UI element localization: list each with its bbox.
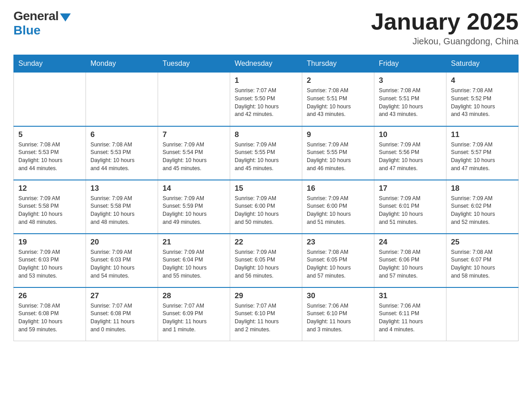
calendar-day-cell: 1Sunrise: 7:07 AMSunset: 5:50 PMDaylight…	[230, 73, 302, 126]
calendar-day-cell: 21Sunrise: 7:09 AMSunset: 6:04 PMDayligh…	[158, 234, 230, 287]
day-info: Sunrise: 7:08 AMSunset: 6:08 PMDaylight:…	[18, 302, 81, 334]
calendar-day-cell: 13Sunrise: 7:09 AMSunset: 5:58 PMDayligh…	[86, 180, 158, 234]
day-info: Sunrise: 7:09 AMSunset: 6:04 PMDaylight:…	[163, 248, 225, 280]
calendar-week-row: 19Sunrise: 7:09 AMSunset: 6:03 PMDayligh…	[14, 234, 519, 287]
calendar-week-row: 12Sunrise: 7:09 AMSunset: 5:58 PMDayligh…	[14, 180, 519, 234]
logo-general-text: General	[13, 9, 59, 23]
day-info: Sunrise: 7:08 AMSunset: 5:51 PMDaylight:…	[379, 87, 442, 119]
calendar-day-cell	[158, 73, 230, 126]
calendar-day-cell: 3Sunrise: 7:08 AMSunset: 5:51 PMDaylight…	[374, 73, 446, 126]
day-number: 4	[451, 76, 514, 85]
calendar-day-cell	[446, 287, 519, 341]
calendar-day-cell: 29Sunrise: 7:07 AMSunset: 6:10 PMDayligh…	[230, 287, 302, 341]
calendar-day-cell: 30Sunrise: 7:06 AMSunset: 6:10 PMDayligh…	[302, 287, 374, 341]
day-number: 17	[379, 184, 442, 193]
day-number: 14	[163, 184, 225, 193]
day-number: 6	[90, 130, 153, 139]
calendar-day-cell: 4Sunrise: 7:08 AMSunset: 5:52 PMDaylight…	[446, 73, 519, 126]
day-number: 31	[379, 291, 442, 300]
day-number: 28	[163, 291, 225, 300]
day-info: Sunrise: 7:09 AMSunset: 6:03 PMDaylight:…	[90, 248, 153, 280]
day-number: 16	[307, 184, 369, 193]
day-number: 24	[379, 238, 442, 247]
calendar-week-row: 26Sunrise: 7:08 AMSunset: 6:08 PMDayligh…	[14, 287, 519, 341]
day-info: Sunrise: 7:08 AMSunset: 6:07 PMDaylight:…	[451, 248, 514, 280]
day-number: 13	[90, 184, 153, 193]
calendar-day-cell: 7Sunrise: 7:09 AMSunset: 5:54 PMDaylight…	[158, 126, 230, 180]
day-info: Sunrise: 7:09 AMSunset: 6:00 PMDaylight:…	[235, 195, 297, 227]
calendar-day-cell: 6Sunrise: 7:08 AMSunset: 5:53 PMDaylight…	[86, 126, 158, 180]
day-info: Sunrise: 7:08 AMSunset: 5:53 PMDaylight:…	[90, 141, 153, 173]
day-number: 1	[235, 76, 297, 85]
day-number: 25	[451, 238, 514, 247]
day-number: 2	[307, 76, 369, 85]
day-number: 12	[18, 184, 81, 193]
calendar-day-cell	[14, 73, 86, 126]
logo-arrow-icon	[60, 13, 71, 21]
calendar-table: SundayMondayTuesdayWednesdayThursdayFrid…	[13, 55, 519, 341]
weekday-header-saturday: Saturday	[446, 55, 519, 73]
day-info: Sunrise: 7:08 AMSunset: 6:05 PMDaylight:…	[307, 248, 369, 280]
weekday-header-monday: Monday	[86, 55, 158, 73]
calendar-title: January 2025	[371, 9, 519, 34]
day-info: Sunrise: 7:07 AMSunset: 6:10 PMDaylight:…	[235, 302, 297, 334]
day-info: Sunrise: 7:09 AMSunset: 5:55 PMDaylight:…	[235, 141, 297, 173]
calendar-week-row: 1Sunrise: 7:07 AMSunset: 5:50 PMDaylight…	[14, 73, 519, 126]
day-number: 18	[451, 184, 514, 193]
weekday-header-sunday: Sunday	[14, 55, 86, 73]
day-info: Sunrise: 7:09 AMSunset: 6:02 PMDaylight:…	[451, 195, 514, 227]
day-info: Sunrise: 7:09 AMSunset: 5:58 PMDaylight:…	[18, 195, 81, 227]
day-info: Sunrise: 7:08 AMSunset: 5:53 PMDaylight:…	[18, 141, 81, 173]
calendar-day-cell: 20Sunrise: 7:09 AMSunset: 6:03 PMDayligh…	[86, 234, 158, 287]
day-info: Sunrise: 7:07 AMSunset: 5:50 PMDaylight:…	[235, 87, 297, 119]
calendar-day-cell: 12Sunrise: 7:09 AMSunset: 5:58 PMDayligh…	[14, 180, 86, 234]
day-number: 9	[307, 130, 369, 139]
day-info: Sunrise: 7:09 AMSunset: 5:57 PMDaylight:…	[451, 141, 514, 173]
calendar-day-cell: 18Sunrise: 7:09 AMSunset: 6:02 PMDayligh…	[446, 180, 519, 234]
day-number: 7	[163, 130, 225, 139]
day-number: 23	[307, 238, 369, 247]
calendar-day-cell: 14Sunrise: 7:09 AMSunset: 5:59 PMDayligh…	[158, 180, 230, 234]
calendar-day-cell: 31Sunrise: 7:06 AMSunset: 6:11 PMDayligh…	[374, 287, 446, 341]
calendar-day-cell: 26Sunrise: 7:08 AMSunset: 6:08 PMDayligh…	[14, 287, 86, 341]
day-number: 3	[379, 76, 442, 85]
day-number: 8	[235, 130, 297, 139]
day-number: 5	[18, 130, 81, 139]
calendar-day-cell: 9Sunrise: 7:09 AMSunset: 5:55 PMDaylight…	[302, 126, 374, 180]
day-number: 19	[18, 238, 81, 247]
day-number: 26	[18, 291, 81, 300]
title-section: January 2025 Jiekou, Guangdong, China	[371, 9, 519, 47]
calendar-day-cell: 11Sunrise: 7:09 AMSunset: 5:57 PMDayligh…	[446, 126, 519, 180]
day-info: Sunrise: 7:07 AMSunset: 6:09 PMDaylight:…	[163, 302, 225, 334]
day-info: Sunrise: 7:09 AMSunset: 5:54 PMDaylight:…	[163, 141, 225, 173]
day-info: Sunrise: 7:09 AMSunset: 6:03 PMDaylight:…	[18, 248, 81, 280]
day-info: Sunrise: 7:09 AMSunset: 6:01 PMDaylight:…	[379, 195, 442, 227]
calendar-day-cell: 5Sunrise: 7:08 AMSunset: 5:53 PMDaylight…	[14, 126, 86, 180]
day-info: Sunrise: 7:06 AMSunset: 6:10 PMDaylight:…	[307, 302, 369, 334]
calendar-day-cell: 2Sunrise: 7:08 AMSunset: 5:51 PMDaylight…	[302, 73, 374, 126]
calendar-day-cell	[86, 73, 158, 126]
day-info: Sunrise: 7:08 AMSunset: 5:52 PMDaylight:…	[451, 87, 514, 119]
calendar-day-cell: 23Sunrise: 7:08 AMSunset: 6:05 PMDayligh…	[302, 234, 374, 287]
weekday-header-wednesday: Wednesday	[230, 55, 302, 73]
day-info: Sunrise: 7:09 AMSunset: 6:00 PMDaylight:…	[307, 195, 369, 227]
day-number: 22	[235, 238, 297, 247]
day-number: 15	[235, 184, 297, 193]
day-info: Sunrise: 7:09 AMSunset: 5:56 PMDaylight:…	[379, 141, 442, 173]
page-header: General Blue January 2025 Jiekou, Guangd…	[13, 9, 519, 47]
day-info: Sunrise: 7:08 AMSunset: 6:06 PMDaylight:…	[379, 248, 442, 280]
day-info: Sunrise: 7:06 AMSunset: 6:11 PMDaylight:…	[379, 302, 442, 334]
day-number: 11	[451, 130, 514, 139]
calendar-day-cell: 24Sunrise: 7:08 AMSunset: 6:06 PMDayligh…	[374, 234, 446, 287]
calendar-day-cell: 27Sunrise: 7:07 AMSunset: 6:08 PMDayligh…	[86, 287, 158, 341]
day-number: 21	[163, 238, 225, 247]
calendar-day-cell: 25Sunrise: 7:08 AMSunset: 6:07 PMDayligh…	[446, 234, 519, 287]
logo: General Blue	[13, 9, 71, 38]
calendar-day-cell: 16Sunrise: 7:09 AMSunset: 6:00 PMDayligh…	[302, 180, 374, 234]
day-number: 10	[379, 130, 442, 139]
calendar-day-cell: 15Sunrise: 7:09 AMSunset: 6:00 PMDayligh…	[230, 180, 302, 234]
logo-blue-text: Blue	[13, 23, 41, 38]
day-number: 27	[90, 291, 153, 300]
weekday-header-friday: Friday	[374, 55, 446, 73]
day-number: 30	[307, 291, 369, 300]
